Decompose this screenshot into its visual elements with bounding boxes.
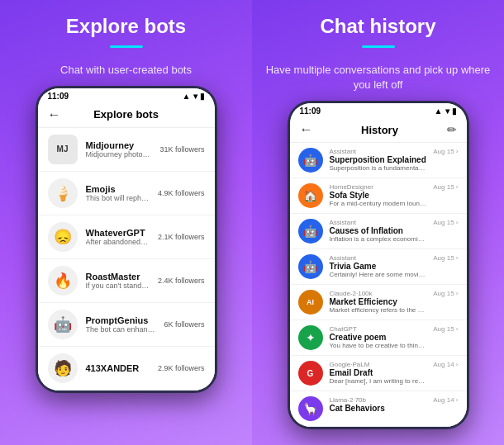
bot-info-promptgenius: PromptGenius The bot can enhance simple … [86, 315, 156, 334]
promptgenius-avatar: 🤖 [48, 310, 78, 339]
left-phone-screen: 11:09 ▲ ▾ ▮ ← Explore bots MJ [38, 88, 215, 391]
bot-followers-whatevergpt: 2.1K followers [158, 233, 205, 241]
left-back-button[interactable]: ← [48, 107, 61, 122]
bot-name-promptgenius: PromptGenius [86, 315, 156, 325]
bot-info-whatevergpt: WhateverGPT After abandoned by creator, … [86, 228, 150, 246]
superposition-title: Superposition Explained [330, 155, 427, 164]
whatevergpt-avatar: 😞 [48, 222, 78, 252]
bot-item-413xander[interactable]: 🧑 413XANDER 2.9K followers [38, 347, 215, 391]
cat-avatar: 🦙 [298, 396, 323, 421]
history-item-superposition[interactable]: 🤖 Assistant Superposition Explained Supe… [290, 143, 467, 178]
right-panel-title: Chat history [320, 15, 435, 39]
right-panel-subtitle: Have multiple conversations and pick up … [260, 63, 496, 92]
left-status-time: 11:09 [48, 92, 69, 101]
bot-item-emojis[interactable]: 🍦 Emojis This bot will rephrase your mes… [38, 172, 215, 215]
sofa-preview: For a mid-century modern lounge, you'll … [330, 200, 427, 207]
history-item-inflation[interactable]: 🤖 Assistant Causes of Inflation Inflatio… [290, 214, 467, 249]
right-signal-icon: ▲ [435, 107, 443, 116]
history-item-cat[interactable]: 🦙 Llama-2·70b Cat Behaviors Aug 14 › [290, 391, 467, 427]
email-source: Google·PaLM [330, 361, 427, 368]
emojis-avatar: 🍦 [48, 178, 78, 208]
email-preview: Dear [name], I am writing to request an … [330, 377, 427, 385]
history-info-sofa: HomeDesigner Sofa Style For a mid-centur… [330, 183, 427, 207]
history-info-email: Google·PaLM Email Draft Dear [name], I a… [330, 361, 427, 385]
bot-item-promptgenius[interactable]: 🤖 PromptGenius The bot can enhance simpl… [38, 303, 215, 347]
left-app-header: ← Explore bots [38, 102, 215, 128]
history-info-cat: Llama-2·70b Cat Behaviors [330, 396, 427, 413]
cat-source: Llama-2·70b [330, 396, 427, 404]
left-phone: 11:09 ▲ ▾ ▮ ← Explore bots MJ [36, 86, 217, 393]
history-item-email[interactable]: G Google·PaLM Email Draft Dear [name], I… [290, 356, 467, 391]
poem-title: Creative poem [330, 333, 427, 342]
trivia-date: Aug 15 › [433, 254, 458, 262]
right-phone: 11:09 ▲ ▾ ▮ ← History ✏ 🤖 [288, 101, 469, 429]
sofa-date: Aug 15 › [433, 183, 458, 191]
cat-title: Cat Behaviors [330, 404, 427, 413]
bot-followers-413xander: 2.9K followers [158, 364, 205, 372]
poem-date: Aug 15 › [433, 325, 458, 333]
left-status-icons: ▲ ▾ ▮ [183, 92, 205, 101]
bot-name-whatevergpt: WhateverGPT [86, 228, 150, 238]
trivia-avatar: 🤖 [298, 254, 323, 279]
trivia-preview: Certainly! Here are some movie trivia qu… [330, 271, 427, 278]
bot-name-midjourney: Midjourney [86, 140, 152, 150]
market-source: Claude-2·100k [330, 290, 427, 297]
right-accent-line [362, 45, 395, 48]
bot-name-emojis: Emojis [86, 184, 150, 194]
right-back-button[interactable]: ← [300, 122, 313, 137]
right-app-header: ← History ✏ [290, 117, 467, 143]
superposition-source: Assistant [330, 148, 427, 155]
left-accent-line [110, 45, 143, 48]
left-status-bar: 11:09 ▲ ▾ ▮ [38, 88, 215, 102]
history-item-trivia[interactable]: 🤖 Assistant Trivia Game Certainly! Here … [290, 249, 467, 285]
bot-item-midjourney[interactable]: MJ Midjourney Midjourney photo prompter … [38, 128, 215, 172]
bot-item-roastmaster[interactable]: 🔥 RoastMaster If you can't stand the hea… [38, 259, 215, 303]
market-date: Aug 15 › [433, 290, 458, 297]
poem-source: ChatGPT [330, 325, 427, 333]
market-preview: Market efficiency refers to the degree t… [330, 306, 427, 314]
email-date: Aug 14 › [433, 361, 458, 368]
bot-info-emojis: Emojis This bot will rephrase your messa… [86, 184, 150, 202]
history-info-market: Claude-2·100k Market Efficiency Market e… [330, 290, 427, 314]
midjourney-avatar: MJ [48, 135, 78, 164]
right-status-icons: ▲ ▾ ▮ [435, 107, 457, 116]
right-panel: Chat history Have multiple conversations… [252, 0, 504, 445]
bot-followers-emojis: 4.9K followers [158, 189, 205, 197]
left-phone-frame: 11:09 ▲ ▾ ▮ ← Explore bots MJ [36, 86, 217, 393]
bot-item-whatevergpt[interactable]: 😞 WhateverGPT After abandoned by creator… [38, 215, 215, 259]
email-title: Email Draft [330, 368, 427, 377]
trivia-source: Assistant [330, 254, 427, 262]
superposition-avatar: 🤖 [298, 148, 323, 173]
bot-desc-promptgenius: The bot can enhance simple prompts, and … [86, 325, 156, 334]
sofa-title: Sofa Style [330, 191, 427, 200]
sofa-avatar: 🏠 [298, 183, 323, 208]
right-phone-screen: 11:09 ▲ ▾ ▮ ← History ✏ 🤖 [290, 103, 467, 427]
signal-icon: ▲ [183, 92, 191, 101]
bot-desc-whatevergpt: After abandoned by creator, this AI assi… [86, 238, 150, 246]
left-bot-list: MJ Midjourney Midjourney photo prompter … [38, 128, 215, 391]
bot-info-roastmaster: RoastMaster If you can't stand the heat,… [86, 272, 150, 290]
bot-info-413xander: 413XANDER [86, 363, 150, 373]
trivia-title: Trivia Game [330, 262, 427, 271]
413xander-avatar: 🧑 [48, 353, 78, 383]
right-wifi-icon: ▾ [445, 107, 449, 116]
inflation-preview: Inflation is a complex economic phenomen… [330, 235, 427, 243]
battery-icon: ▮ [200, 92, 205, 101]
email-avatar: G [298, 361, 323, 386]
bot-name-roastmaster: RoastMaster [86, 272, 150, 282]
right-history-list: 🤖 Assistant Superposition Explained Supe… [290, 143, 467, 427]
edit-icon[interactable]: ✏ [447, 123, 457, 136]
superposition-date: Aug 15 › [433, 148, 458, 155]
history-item-poem[interactable]: ✦ ChatGPT Creative poem You have to be c… [290, 320, 467, 356]
left-panel: Explore bots Chat with user-created bots… [0, 0, 252, 445]
left-header-title: Explore bots [69, 108, 183, 121]
bot-followers-promptgenius: 6K followers [164, 320, 204, 329]
inflation-avatar: 🤖 [298, 219, 323, 244]
history-item-market[interactable]: AI Claude-2·100k Market Efficiency Marke… [290, 285, 467, 320]
history-info-poem: ChatGPT Creative poem You have to be cre… [330, 325, 427, 349]
history-item-sofa[interactable]: 🏠 HomeDesigner Sofa Style For a mid-cent… [290, 178, 467, 214]
history-info-trivia: Assistant Trivia Game Certainly! Here ar… [330, 254, 427, 278]
left-panel-subtitle: Chat with user-created bots [60, 63, 192, 78]
poem-preview: You have to be creative to think of a ne… [330, 342, 427, 349]
inflation-date: Aug 15 › [433, 219, 458, 226]
